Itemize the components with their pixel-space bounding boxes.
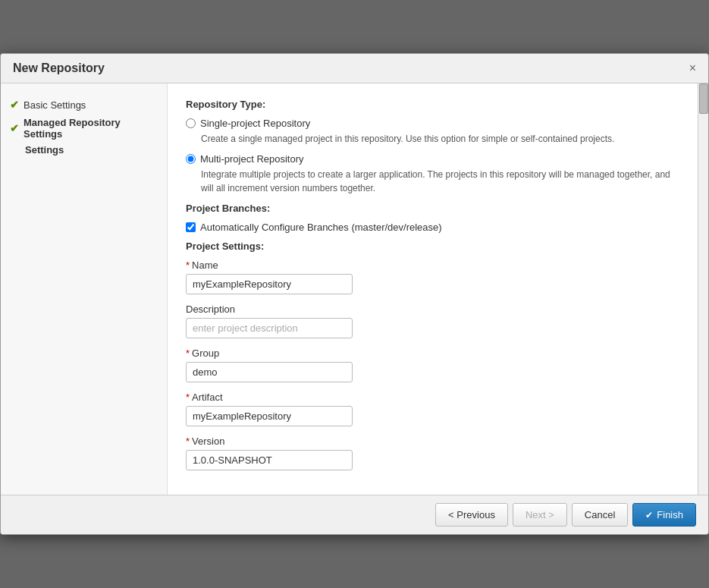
field-label-group: *Group	[186, 347, 679, 359]
single-project-label: Single-project Repository	[200, 118, 310, 129]
field-label-name: *Name	[186, 259, 679, 271]
multi-project-option[interactable]: Multi-project Repository	[186, 153, 679, 165]
field-group-group: *Group	[186, 347, 679, 382]
field-group-description: Description	[186, 303, 679, 338]
field-label-version: *Version	[186, 435, 679, 447]
repository-type-radio-group: Single-project Repository Create a singl…	[186, 118, 679, 195]
required-indicator-artifact: *	[186, 391, 190, 403]
dialog-title: New Repository	[13, 61, 105, 75]
project-branches-title: Project Branches:	[186, 203, 679, 214]
auto-configure-label: Automatically Configure Branches (master…	[200, 222, 442, 233]
sidebar-item-managed-repository[interactable]: ✔ Managed Repository Settings	[10, 114, 158, 143]
repository-type-title: Repository Type:	[186, 99, 679, 110]
field-group-artifact: *Artifact	[186, 391, 679, 426]
group-input[interactable]	[186, 362, 353, 382]
project-settings-title: Project Settings:	[186, 241, 679, 252]
finish-button[interactable]: ✔ Finish	[632, 503, 696, 527]
field-group-version: *Version	[186, 435, 679, 470]
sidebar: ✔ Basic Settings ✔ Managed Repository Se…	[1, 83, 168, 495]
multi-project-label: Multi-project Repository	[200, 153, 304, 165]
description-input[interactable]	[186, 318, 353, 338]
dialog-body: ✔ Basic Settings ✔ Managed Repository Se…	[1, 83, 708, 495]
required-indicator-version: *	[186, 435, 190, 447]
multi-project-desc: Integrate multiple projects to create a …	[201, 168, 679, 195]
close-button[interactable]: ×	[689, 62, 696, 74]
scrollbar-thumb[interactable]	[699, 83, 708, 114]
sidebar-item-basic-settings[interactable]: ✔ Basic Settings	[10, 96, 158, 114]
dialog-footer: < Previous Next > Cancel ✔ Finish	[1, 495, 708, 534]
dialog-header: New Repository ×	[1, 54, 708, 83]
auto-configure-checkbox[interactable]	[186, 222, 196, 232]
required-indicator-group: *	[186, 347, 190, 359]
checkmark-basic-settings: ✔	[10, 99, 19, 111]
single-project-radio[interactable]	[186, 118, 196, 128]
auto-configure-option[interactable]: Automatically Configure Branches (master…	[186, 222, 679, 233]
artifact-input[interactable]	[186, 406, 353, 426]
field-group-name: *Name	[186, 259, 679, 294]
field-label-description: Description	[186, 303, 679, 315]
new-repository-dialog: New Repository × ✔ Basic Settings ✔ Mana…	[0, 53, 709, 535]
previous-button[interactable]: < Previous	[435, 503, 508, 527]
name-input[interactable]	[186, 274, 353, 294]
sidebar-sub-item-settings[interactable]: Settings	[10, 143, 158, 157]
sidebar-sub-item-label-settings: Settings	[25, 144, 64, 156]
checkmark-managed-repository: ✔	[10, 122, 19, 134]
finish-label: Finish	[657, 509, 683, 520]
sidebar-item-label-basic-settings: Basic Settings	[24, 99, 86, 111]
single-project-option[interactable]: Single-project Repository	[186, 118, 679, 129]
cancel-button[interactable]: Cancel	[572, 503, 628, 527]
multi-project-radio[interactable]	[186, 154, 196, 164]
content-area: Repository Type: Single-project Reposito…	[168, 83, 698, 495]
next-button[interactable]: Next >	[513, 503, 567, 527]
finish-check-icon: ✔	[645, 510, 653, 520]
single-project-desc: Create a single managed project in this …	[201, 132, 679, 146]
version-input[interactable]	[186, 450, 353, 470]
scrollbar-track[interactable]	[698, 83, 708, 495]
required-indicator-name: *	[186, 259, 190, 271]
sidebar-item-label-managed-repository: Managed Repository Settings	[24, 117, 158, 140]
field-label-artifact: *Artifact	[186, 391, 679, 403]
